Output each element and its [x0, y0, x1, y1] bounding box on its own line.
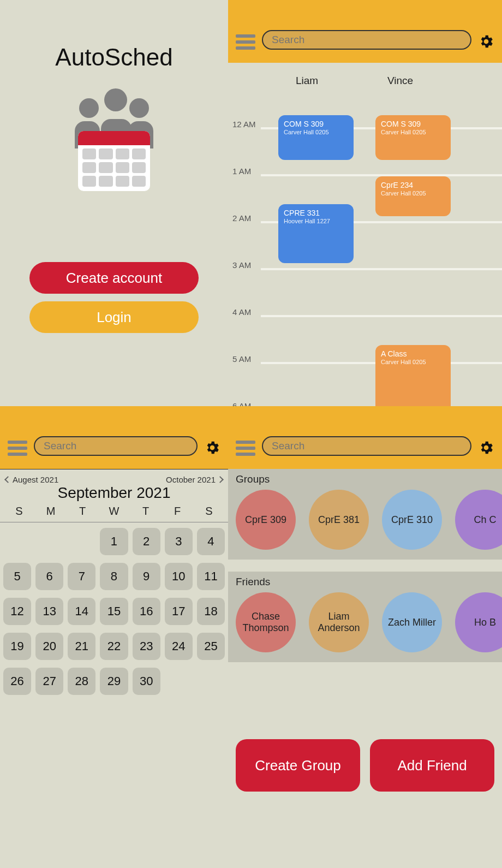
prev-month-label: Augest 2021	[13, 475, 58, 484]
schedule-column-header: Vince	[387, 75, 413, 87]
event-title: COM S 309	[381, 120, 445, 129]
day-cell[interactable]: 25	[197, 633, 225, 660]
friend-circle[interactable]: Liam Anderson	[309, 592, 369, 652]
group-circle[interactable]: CprE 310	[382, 490, 442, 550]
day-cell[interactable]: 9	[133, 563, 160, 590]
day-cell[interactable]: 13	[35, 598, 63, 625]
day-cell[interactable]: 4	[197, 528, 225, 555]
create-group-button[interactable]: Create Group	[236, 739, 360, 792]
weekday-label: F	[162, 505, 193, 518]
event-title: A Class	[381, 349, 445, 359]
day-cell[interactable]: 21	[68, 633, 95, 660]
calendar-grid: 1234567891011121314151617181920212223242…	[3, 528, 225, 695]
hour-label: 1 AM	[232, 167, 251, 176]
hour-row: 6 AM	[228, 384, 502, 406]
event-title: CPRE 331	[284, 209, 348, 218]
event-location: Carver Hall 0205	[381, 190, 445, 197]
chevron-right-icon	[217, 476, 224, 483]
search-input[interactable]	[34, 436, 198, 456]
menu-icon[interactable]	[8, 441, 27, 456]
day-cell[interactable]: 29	[100, 668, 128, 695]
day-cell[interactable]: 20	[35, 633, 63, 660]
group-circle[interactable]: Ch C	[455, 490, 502, 550]
schedule-event[interactable]: COM S 309Carver Hall 0205	[375, 115, 451, 160]
hour-row: 1 AM	[228, 149, 502, 196]
weekday-label: M	[35, 505, 67, 518]
month-nav: Augest 2021 October 2021	[0, 469, 228, 484]
day-cell[interactable]: 16	[133, 598, 160, 625]
schedule-column-header: Liam	[296, 75, 318, 87]
hour-line	[261, 268, 502, 270]
gear-icon[interactable]	[478, 33, 494, 50]
next-month-button[interactable]: October 2021	[166, 475, 223, 484]
weekday-header: SMTWTFS	[0, 502, 228, 522]
day-cell[interactable]: 8	[100, 563, 128, 590]
prev-month-button[interactable]: Augest 2021	[5, 475, 58, 484]
day-cell[interactable]: 24	[165, 633, 193, 660]
group-circle[interactable]: CprE 309	[236, 490, 296, 550]
hour-row: 5 AM	[228, 337, 502, 384]
day-cell[interactable]: 5	[3, 563, 31, 590]
day-cell-empty	[35, 528, 63, 555]
event-title: COM S 309	[284, 120, 348, 129]
menu-icon[interactable]	[236, 34, 255, 50]
schedule-event[interactable]: CprE 234Carver Hall 0205	[375, 176, 451, 216]
day-cell[interactable]: 7	[68, 563, 95, 590]
hour-label: 2 AM	[232, 213, 251, 223]
schedule-grid[interactable]: Liam Vince 12 AM1 AM2 AM3 AM4 AM5 AM6 AM…	[228, 63, 502, 406]
search-input[interactable]	[262, 30, 471, 50]
menu-icon[interactable]	[236, 441, 255, 456]
friend-circle[interactable]: Ho B	[455, 592, 502, 652]
day-cell[interactable]: 28	[68, 668, 95, 695]
day-cell[interactable]: 10	[165, 563, 193, 590]
day-cell[interactable]: 2	[133, 528, 160, 555]
event-location: Carver Hall 0205	[381, 129, 445, 136]
day-cell[interactable]: 19	[3, 633, 31, 660]
day-cell[interactable]: 12	[3, 598, 31, 625]
top-bar	[228, 406, 502, 469]
friend-circle[interactable]: Zach Miller	[382, 592, 442, 652]
schedule-event[interactable]: COM S 309Carver Hall 0205	[278, 115, 354, 160]
top-bar	[228, 0, 502, 63]
weekday-label: S	[3, 505, 35, 518]
day-cell[interactable]: 14	[68, 598, 95, 625]
day-cell[interactable]: 27	[35, 668, 63, 695]
event-title: CprE 234	[381, 181, 445, 190]
event-location: Carver Hall 0205	[381, 359, 445, 366]
day-cell[interactable]: 15	[100, 598, 128, 625]
hour-row: 12 AM	[228, 102, 502, 149]
weekday-label: S	[193, 505, 225, 518]
day-cell[interactable]: 3	[165, 528, 193, 555]
day-cell[interactable]: 6	[35, 563, 63, 590]
schedule-event[interactable]: A ClassCarver Hall 0205	[375, 345, 451, 406]
friends-title: Friends	[234, 576, 502, 588]
day-cell[interactable]: 17	[165, 598, 193, 625]
create-account-button[interactable]: Create account	[29, 262, 199, 294]
day-cell[interactable]: 30	[133, 668, 160, 695]
day-cell-empty	[68, 528, 95, 555]
welcome-screen: AutoSched Create account Login	[0, 0, 228, 406]
day-cell[interactable]: 23	[133, 633, 160, 660]
hour-row: 4 AM	[228, 290, 502, 337]
day-cell[interactable]: 1	[100, 528, 128, 555]
gear-icon[interactable]	[478, 439, 494, 456]
add-friend-button[interactable]: Add Friend	[370, 739, 494, 792]
friend-circle[interactable]: Chase Thompson	[236, 592, 296, 652]
hour-label: 5 AM	[232, 354, 251, 364]
app-title: AutoSched	[0, 44, 228, 71]
top-bar	[0, 406, 228, 469]
group-circle[interactable]: CprE 381	[309, 490, 369, 550]
day-cell[interactable]: 11	[197, 563, 225, 590]
gear-icon[interactable]	[204, 439, 220, 456]
month-title: September 2021	[0, 484, 228, 502]
hour-line	[261, 315, 502, 317]
search-input[interactable]	[262, 436, 471, 456]
day-cell[interactable]: 18	[197, 598, 225, 625]
day-cell[interactable]: 26	[3, 668, 31, 695]
day-cell[interactable]: 22	[100, 633, 128, 660]
schedule-event[interactable]: CPRE 331Hoover Hall 1227	[278, 204, 354, 263]
weekday-label: T	[67, 505, 98, 518]
weekday-label: T	[130, 505, 162, 518]
login-button[interactable]: Login	[29, 301, 199, 333]
next-month-label: October 2021	[166, 475, 216, 484]
